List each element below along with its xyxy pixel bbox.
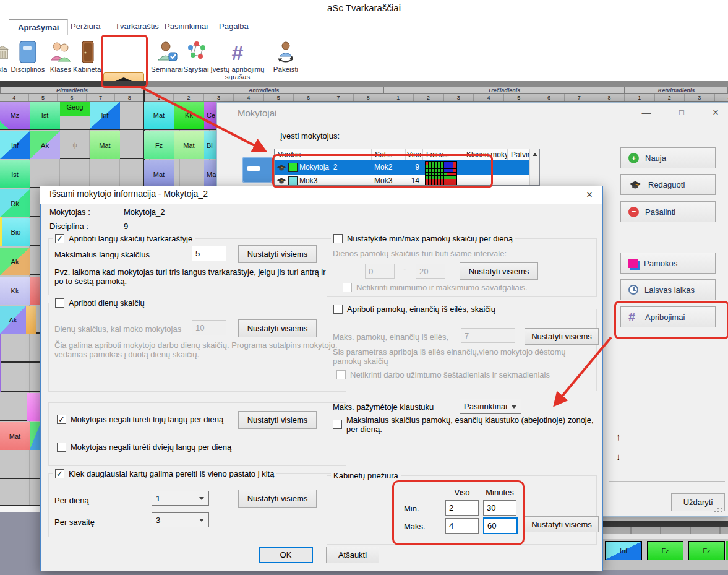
consecutive-checkbox[interactable]: [333, 305, 343, 314]
tab-pasirinkimai[interactable]: Pasirinkimai: [156, 19, 216, 35]
minmax-checkbox[interactable]: [333, 234, 343, 243]
lesson-cell[interactable]: Ak: [30, 131, 60, 159]
lesson-cell[interactable]: Inf: [90, 102, 120, 129]
consecutive-input[interactable]: 7: [461, 328, 515, 343]
days-count-input[interactable]: 10: [192, 320, 226, 335]
close-window-button[interactable]: Uždaryti: [671, 493, 725, 511]
edit-teacher-button[interactable]: Redaguoti: [620, 174, 716, 195]
toolbar-item-subjects[interactable]: Disciplinos: [9, 37, 47, 73]
three-gaps-checkbox[interactable]: ✓: [57, 415, 66, 424]
per-week-select[interactable]: 3: [152, 512, 209, 527]
toolbar-item-classes[interactable]: Klasės: [47, 37, 74, 73]
lesson-cell[interactable]: Inf: [0, 131, 30, 159]
school-building-icon: [0, 37, 9, 64]
lesson-cell[interactable]: Rk: [0, 189, 30, 217]
resize-grip[interactable]: [717, 508, 719, 509]
lesson-cell[interactable]: Mat: [0, 422, 30, 450]
scroll-up-icon[interactable]: [533, 153, 537, 156]
lesson-cell[interactable]: Ak: [0, 306, 26, 334]
set-all-button[interactable]: Nustatyti visiems: [525, 516, 599, 532]
set-all-button[interactable]: Nustatyti visiems: [238, 319, 317, 337]
checkbox-label: Apriboti langų skaičių tvarkaraštyje: [69, 234, 192, 243]
delete-teacher-button[interactable]: − Pašalinti: [620, 201, 716, 222]
toolbar-item-constraints-list[interactable]: # Įvestų apribojimų sąrašas: [210, 37, 265, 80]
lesson-cell[interactable]: Mat: [144, 102, 174, 129]
toolbar-item-seminars[interactable]: Seminarai: [150, 37, 184, 73]
toolbar-item-change[interactable]: Pakeisti: [270, 37, 302, 73]
menu-tab-bar: Aprašymai Peržiūra Tvarkaraštis Pasirink…: [0, 17, 728, 36]
group-buildings-header: ✓ Kiek daugiausiai kartų galima pereiti …: [53, 469, 276, 478]
set-all-button[interactable]: Nustatyti visiems: [238, 411, 317, 429]
min-lessons-input[interactable]: 0: [365, 264, 395, 279]
days-checkbox[interactable]: [55, 298, 64, 308]
set-all-button[interactable]: Nustatyti visiems: [238, 490, 317, 508]
toolbar-item-rooms[interactable]: Kabinetai: [73, 37, 103, 73]
lesson-cell[interactable]: Fz: [144, 131, 174, 159]
clock-icon: [628, 285, 638, 295]
period-numbers-thursday: 1234: [625, 94, 728, 102]
max-gaps-input[interactable]: 5: [192, 246, 226, 261]
period-numbers-wednesday: 12345678: [383, 94, 625, 102]
lesson-cell[interactable]: Fz: [688, 541, 725, 560]
annotation-box-teachers-icon: [101, 35, 148, 88]
consecutive-label: Maks. pamokų, einančių iš eilės,: [333, 332, 448, 342]
lesson-cell[interactable]: Ma: [204, 160, 218, 188]
lesson-cell[interactable]: Inf: [605, 541, 642, 560]
weekend-checkbox[interactable]: [343, 283, 352, 292]
panel-border: [147, 81, 728, 87]
lesson-cell[interactable]: Mat: [144, 160, 174, 188]
set-all-button[interactable]: Nustatyti visiems: [525, 328, 599, 345]
lesson-cell[interactable]: Bio: [2, 218, 30, 246]
lesson-cell[interactable]: Ce: [204, 102, 218, 129]
door-icon: [73, 37, 103, 64]
lesson-cell[interactable]: Kk: [174, 102, 204, 129]
maximize-button[interactable]: □: [671, 105, 692, 121]
buildings-checkbox[interactable]: ✓: [55, 469, 64, 478]
gaps-checkbox[interactable]: ✓: [55, 234, 64, 243]
column-header-patvirtinimas[interactable]: Patvirtinimas: [508, 149, 529, 160]
table-scrollbar[interactable]: [529, 149, 540, 185]
lesson-cell[interactable]: Ist: [0, 160, 30, 188]
free-time-button[interactable]: Laisvas laikas: [620, 279, 716, 300]
close-button[interactable]: ×: [705, 105, 726, 121]
lesson-cell[interactable]: Bi: [204, 131, 218, 159]
lesson-cell[interactable]: Ist: [30, 102, 60, 129]
checkbox-label: Mokytojas negali turėti trijų langų per …: [71, 415, 223, 424]
lesson-cell[interactable]: Mat: [90, 131, 120, 159]
toolbar-item-relations[interactable]: Sąryšiai: [182, 37, 210, 73]
move-down-arrow[interactable]: ↓: [616, 451, 621, 462]
tab-pagalba[interactable]: Pagalba: [210, 19, 257, 35]
max-lessons-input[interactable]: 20: [416, 264, 445, 279]
dialog-close-icon[interactable]: ×: [580, 188, 599, 202]
set-all-button[interactable]: Nustatyti visiems: [460, 262, 538, 280]
checkbox-label: Kiek daugiausiai kartų galima pereiti iš…: [69, 469, 274, 478]
hash-icon: #: [210, 37, 265, 64]
cancel-button[interactable]: Atšaukti: [326, 547, 379, 563]
two-gaps-checkbox[interactable]: [57, 443, 66, 452]
separator-line: [609, 481, 725, 482]
toolbar-item-school[interactable]: kla: [0, 37, 9, 73]
weekend-work-checkbox[interactable]: [336, 370, 346, 379]
lesson-cell[interactable]: Mat: [174, 131, 204, 159]
move-up-arrow[interactable]: ↑: [616, 431, 621, 442]
lesson-cell[interactable]: Kk: [0, 277, 30, 305]
question-zone-select[interactable]: Pasirinktinai: [460, 399, 521, 414]
day-header-thursday: Ketvirtadienis: [625, 87, 728, 94]
ok-button[interactable]: OK: [259, 547, 313, 563]
plus-icon: +: [628, 153, 639, 163]
lessons-button[interactable]: Pamokos: [620, 253, 716, 274]
new-teacher-button[interactable]: + Nauja: [620, 147, 716, 168]
minimize-button[interactable]: —: [636, 105, 657, 121]
per-day-select[interactable]: 1: [152, 491, 209, 506]
tab-aprasymai[interactable]: Aprašymai: [9, 19, 68, 36]
group-days-header: Apriboti dienų skaičių: [53, 298, 147, 308]
tab-perziura[interactable]: Peržiūra: [62, 19, 109, 35]
lesson-cell[interactable]: Ak: [0, 248, 30, 275]
toolbar-label: Pakeisti: [270, 66, 302, 73]
set-all-button[interactable]: Nustatyti visiems: [238, 245, 317, 263]
cell-strip: [27, 393, 41, 421]
lesson-cell-psi[interactable]: ψ: [60, 131, 90, 159]
lesson-cell[interactable]: Geog: [60, 102, 90, 129]
lesson-cell[interactable]: Mz: [0, 102, 30, 129]
lesson-cell[interactable]: Fz: [647, 541, 683, 560]
